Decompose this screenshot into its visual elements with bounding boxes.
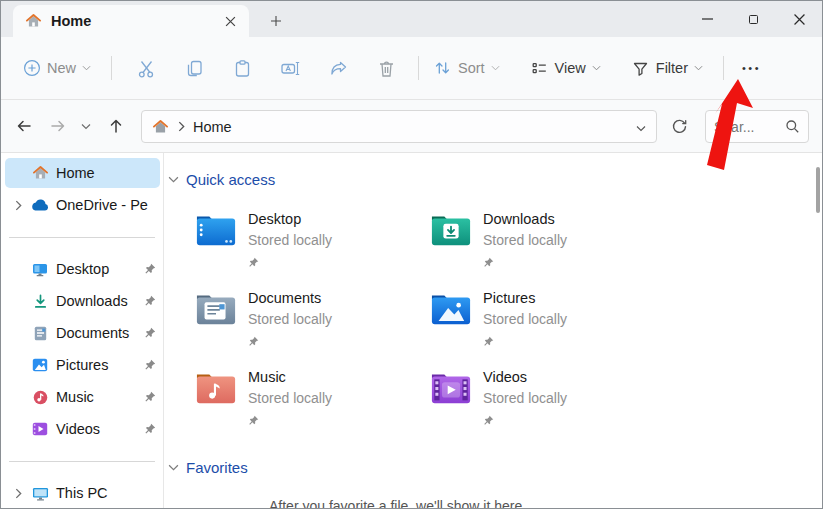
quick-access-item-downloads[interactable]: Downloads Stored locally: [430, 209, 567, 272]
sidebar-item-this-pc[interactable]: This PC: [5, 478, 160, 508]
pictures-folder-icon: [430, 288, 472, 328]
sidebar-item-documents[interactable]: Documents: [5, 318, 160, 348]
desktop-icon: [31, 262, 49, 277]
quick-access-item-music[interactable]: Music Stored locally: [195, 367, 332, 430]
pictures-icon: [31, 358, 49, 372]
see-more-button[interactable]: •••: [732, 62, 771, 74]
quick-access-item-videos[interactable]: Videos Stored locally: [430, 367, 567, 430]
view-icon: [530, 59, 549, 77]
pin-icon: [483, 254, 567, 272]
new-button[interactable]: New: [15, 53, 99, 83]
sort-label: Sort: [458, 60, 485, 76]
sidebar-item-desktop[interactable]: Desktop: [5, 254, 160, 284]
chevron-down-icon: [694, 65, 703, 71]
close-button[interactable]: [776, 1, 822, 37]
search-placeholder: Sear...: [714, 119, 785, 135]
sidebar-item-videos[interactable]: Videos: [5, 414, 160, 444]
search-input[interactable]: Sear...: [705, 110, 809, 143]
funnel-icon: [631, 59, 650, 77]
minimize-button[interactable]: [684, 1, 730, 37]
maximize-button[interactable]: [730, 1, 776, 37]
items-view: Quick access Desktop Stored locally: [165, 153, 823, 509]
chevron-down-icon: [168, 464, 179, 471]
breadcrumb-home[interactable]: Home: [193, 119, 232, 135]
pin-icon: [483, 412, 567, 430]
sidebar-item-onedrive[interactable]: OneDrive - Pe: [5, 190, 160, 220]
filter-label: Filter: [656, 60, 688, 76]
tab-home[interactable]: Home: [13, 5, 249, 37]
delete-button[interactable]: [366, 52, 406, 85]
pin-icon: [248, 412, 332, 430]
quick-access-item-pictures[interactable]: Pictures Stored locally: [430, 288, 567, 351]
trash-icon: [376, 58, 397, 79]
quick-access-item-desktop[interactable]: Desktop Stored locally: [195, 209, 332, 272]
title-bar: Home: [1, 1, 822, 37]
pin-icon: [144, 327, 156, 339]
chevron-down-icon: [592, 65, 601, 71]
documents-folder-icon: [195, 288, 237, 328]
pin-icon: [144, 295, 156, 307]
back-button[interactable]: [9, 111, 39, 141]
pin-icon: [144, 391, 156, 403]
view-label: View: [555, 60, 586, 76]
sidebar-item-downloads[interactable]: Downloads: [5, 286, 160, 316]
documents-icon: [31, 326, 49, 341]
tab-close-icon[interactable]: [219, 10, 241, 32]
sidebar-item-pictures[interactable]: Pictures: [5, 350, 160, 380]
chevron-right-icon[interactable]: [5, 488, 31, 499]
paste-icon: [232, 58, 253, 79]
filter-button[interactable]: Filter: [623, 53, 711, 83]
file-explorer-window: Home New: [0, 0, 823, 509]
tab-label: Home: [51, 13, 219, 29]
plus-circle-icon: [23, 59, 41, 77]
copy-icon: [184, 58, 205, 79]
view-button[interactable]: View: [522, 53, 609, 83]
share-button[interactable]: [318, 52, 358, 85]
sidebar-separator: [9, 461, 155, 462]
pin-icon: [144, 359, 156, 371]
address-bar: Home Sear...: [1, 100, 822, 153]
window-controls: [684, 1, 822, 37]
breadcrumb-bar[interactable]: Home: [141, 110, 657, 143]
downloads-icon: [31, 294, 49, 309]
copy-button[interactable]: [174, 52, 214, 85]
home-icon: [31, 165, 49, 181]
this-pc-icon: [31, 486, 49, 501]
desktop-folder-icon: [195, 209, 237, 249]
rename-icon: [279, 58, 301, 79]
quick-access-header[interactable]: Quick access: [168, 171, 275, 188]
sidebar-separator: [9, 237, 155, 238]
pin-icon: [248, 254, 332, 272]
chevron-right-icon: [178, 121, 185, 132]
recent-locations-button[interactable]: [75, 111, 97, 141]
home-icon: [25, 13, 42, 29]
pin-icon: [144, 263, 156, 275]
new-label: New: [47, 60, 76, 76]
sidebar-item-music[interactable]: Music: [5, 382, 160, 412]
downloads-folder-icon: [430, 209, 472, 249]
sort-button[interactable]: Sort: [425, 53, 508, 83]
address-dropdown-icon[interactable]: [636, 118, 646, 136]
rename-button[interactable]: [270, 52, 310, 85]
paste-button[interactable]: [222, 52, 262, 85]
favorites-header[interactable]: Favorites: [168, 459, 248, 476]
navigation-pane: Home OneDrive - Pe Desktop: [1, 153, 164, 509]
pin-icon: [483, 333, 567, 351]
quick-access-item-documents[interactable]: Documents Stored locally: [195, 288, 332, 351]
cut-icon: [136, 58, 157, 79]
cut-button[interactable]: [126, 52, 166, 85]
new-tab-button[interactable]: [263, 8, 289, 34]
videos-folder-icon: [430, 367, 472, 407]
sidebar-item-home[interactable]: Home: [5, 158, 160, 188]
refresh-button[interactable]: [665, 112, 693, 140]
onedrive-icon: [31, 199, 49, 211]
pin-icon: [144, 423, 156, 435]
chevron-right-icon[interactable]: [5, 200, 31, 211]
up-button[interactable]: [101, 111, 131, 141]
music-folder-icon: [195, 367, 237, 407]
pin-icon: [248, 333, 332, 351]
vertical-scrollbar[interactable]: [816, 167, 820, 213]
command-bar: New: [1, 37, 822, 100]
forward-button[interactable]: [43, 111, 73, 141]
search-icon: [785, 119, 800, 134]
